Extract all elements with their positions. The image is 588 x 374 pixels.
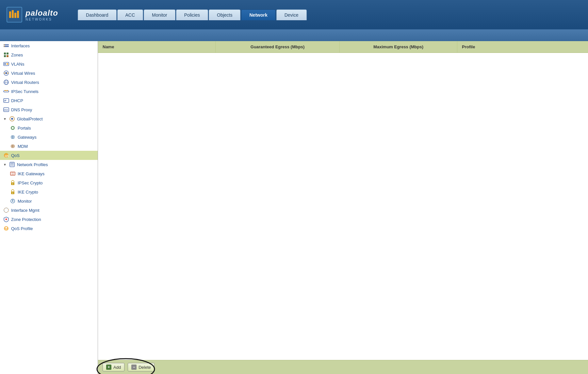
tab-monitor[interactable]: Monitor bbox=[144, 9, 175, 20]
logo-icon bbox=[7, 7, 22, 23]
qos-icon: QS bbox=[3, 152, 9, 158]
sidebar-item-dns-proxy[interactable]: DNS DNS Proxy bbox=[0, 105, 98, 114]
tab-network[interactable]: Network bbox=[241, 9, 275, 20]
logo-text: paloalto NETWORKS bbox=[25, 8, 58, 21]
portals-icon bbox=[10, 125, 16, 131]
table-header: Name Guaranteed Egress (Mbps) Maximum Eg… bbox=[98, 41, 588, 53]
main-layout: Interfaces Zones VLANs Virtual Wires bbox=[0, 41, 588, 374]
tab-acc[interactable]: ACC bbox=[117, 9, 143, 20]
col-maximum-egress: Maximum Egress (Mbps) bbox=[340, 41, 457, 53]
virtual-wires-label: Virtual Wires bbox=[11, 71, 35, 76]
svg-rect-23 bbox=[5, 90, 6, 91]
svg-rect-11 bbox=[7, 55, 8, 57]
delete-button[interactable]: − Delete bbox=[128, 363, 155, 371]
content-area: Name Guaranteed Egress (Mbps) Maximum Eg… bbox=[98, 41, 588, 374]
nav-tabs: Dashboard ACC Monitor Policies Objects N… bbox=[78, 9, 307, 20]
svg-rect-43 bbox=[10, 164, 14, 165]
tab-device[interactable]: Device bbox=[276, 9, 307, 20]
svg-rect-9 bbox=[7, 53, 8, 55]
interface-mgmt-label: Interface Mgmt bbox=[11, 208, 40, 213]
mdm-label: MDM bbox=[18, 144, 28, 149]
zones-icon bbox=[3, 52, 9, 58]
sidebar-item-mdm[interactable]: MDM bbox=[0, 142, 98, 151]
svg-rect-0 bbox=[9, 11, 11, 18]
qos-profile-icon bbox=[3, 226, 9, 231]
sub-header bbox=[0, 29, 588, 41]
dhcp-label: DHCP bbox=[11, 98, 23, 103]
zones-label: Zones bbox=[11, 53, 23, 57]
sidebar-item-virtual-wires[interactable]: Virtual Wires bbox=[0, 69, 98, 78]
svg-point-60 bbox=[6, 227, 7, 229]
ike-gateways-icon bbox=[10, 171, 16, 177]
sidebar-item-vlans[interactable]: VLANs bbox=[0, 59, 98, 69]
ipsec-tunnels-label: IPSec Tunnels bbox=[11, 89, 39, 94]
delete-icon: − bbox=[131, 365, 137, 370]
sidebar-item-ipsec-tunnels[interactable]: IPSec Tunnels bbox=[0, 87, 98, 96]
sidebar-item-network-profiles[interactable]: ▼ Network Profiles bbox=[0, 160, 98, 169]
monitor-nav-label: Monitor bbox=[18, 199, 32, 204]
interface-mgmt-icon bbox=[3, 207, 9, 213]
ipsec-crypto-icon bbox=[10, 180, 16, 186]
sidebar-item-globalprotect[interactable]: ▼ GlobalProtect bbox=[0, 114, 98, 123]
virtual-wires-icon bbox=[3, 70, 9, 76]
logo-area: paloalto NETWORKS bbox=[7, 7, 58, 23]
interfaces-icon bbox=[3, 43, 9, 49]
svg-text:IP: IP bbox=[4, 100, 7, 102]
sidebar-item-interface-mgmt[interactable]: Interface Mgmt bbox=[0, 206, 98, 215]
svg-rect-13 bbox=[4, 63, 6, 65]
svg-text:QS: QS bbox=[5, 154, 9, 157]
svg-rect-52 bbox=[12, 193, 13, 194]
sidebar-item-portals[interactable]: Portals bbox=[0, 123, 98, 132]
dhcp-icon: IP bbox=[3, 98, 9, 103]
sidebar-item-ike-gateways[interactable]: IKE Gateways bbox=[0, 169, 98, 178]
gateways-icon bbox=[10, 134, 16, 140]
np-expand-icon: ▼ bbox=[3, 163, 7, 166]
sidebar-item-qos[interactable]: QS QoS bbox=[0, 151, 98, 160]
svg-point-57 bbox=[3, 207, 9, 213]
col-profile: Profile bbox=[457, 41, 480, 53]
svg-point-16 bbox=[5, 72, 7, 74]
sidebar-item-monitor[interactable]: Monitor bbox=[0, 196, 98, 206]
sidebar-item-virtual-routers[interactable]: Virtual Routers bbox=[0, 78, 98, 87]
sidebar-item-interfaces[interactable]: Interfaces bbox=[0, 41, 98, 50]
sidebar-item-qos-profile[interactable]: QoS Profile bbox=[0, 224, 98, 233]
svg-rect-1 bbox=[12, 10, 14, 18]
header: paloalto NETWORKS Dashboard ACC Monitor … bbox=[0, 0, 588, 29]
ike-gateways-label: IKE Gateways bbox=[18, 171, 44, 176]
ike-crypto-label: IKE Crypto bbox=[18, 190, 38, 195]
sidebar-item-zones[interactable]: Zones bbox=[0, 50, 98, 59]
svg-rect-8 bbox=[4, 53, 6, 55]
footer-bar: + Add − Delete bbox=[98, 360, 588, 374]
svg-rect-22 bbox=[4, 91, 9, 92]
sidebar-item-dhcp[interactable]: IP DHCP bbox=[0, 96, 98, 105]
monitor-nav-icon bbox=[10, 198, 16, 204]
sidebar-item-ipsec-crypto[interactable]: IPSec Crypto bbox=[0, 178, 98, 187]
col-guaranteed-egress: Guaranteed Egress (Mbps) bbox=[216, 41, 340, 53]
svg-rect-14 bbox=[7, 63, 8, 65]
tab-dashboard[interactable]: Dashboard bbox=[78, 9, 117, 20]
svg-point-7 bbox=[4, 46, 5, 47]
col-name: Name bbox=[98, 41, 216, 53]
svg-rect-42 bbox=[10, 163, 14, 164]
tab-objects[interactable]: Objects bbox=[209, 9, 240, 20]
svg-rect-10 bbox=[4, 55, 6, 57]
sidebar-item-ike-crypto[interactable]: IKE Crypto bbox=[0, 187, 98, 196]
svg-point-37 bbox=[11, 144, 15, 148]
virtual-routers-label: Virtual Routers bbox=[11, 80, 39, 85]
svg-point-54 bbox=[12, 200, 13, 202]
portals-label: Portals bbox=[18, 126, 31, 131]
svg-rect-49 bbox=[12, 183, 13, 184]
gateways-label: Gateways bbox=[18, 135, 37, 140]
interfaces-label: Interfaces bbox=[11, 43, 30, 48]
ipsec-crypto-label: IPSec Crypto bbox=[18, 180, 43, 185]
svg-point-6 bbox=[4, 44, 5, 45]
sidebar-item-gateways[interactable]: Gateways bbox=[0, 132, 98, 142]
vlans-icon bbox=[3, 61, 9, 67]
sidebar-item-zone-protection[interactable]: Zone Protection bbox=[0, 215, 98, 224]
globalprotect-label: GlobalProtect bbox=[17, 117, 43, 121]
virtual-routers-icon bbox=[3, 79, 9, 85]
sidebar: Interfaces Zones VLANs Virtual Wires bbox=[0, 41, 98, 374]
zone-protection-icon bbox=[3, 216, 9, 222]
add-button[interactable]: + Add bbox=[103, 363, 124, 371]
tab-policies[interactable]: Policies bbox=[176, 9, 208, 20]
